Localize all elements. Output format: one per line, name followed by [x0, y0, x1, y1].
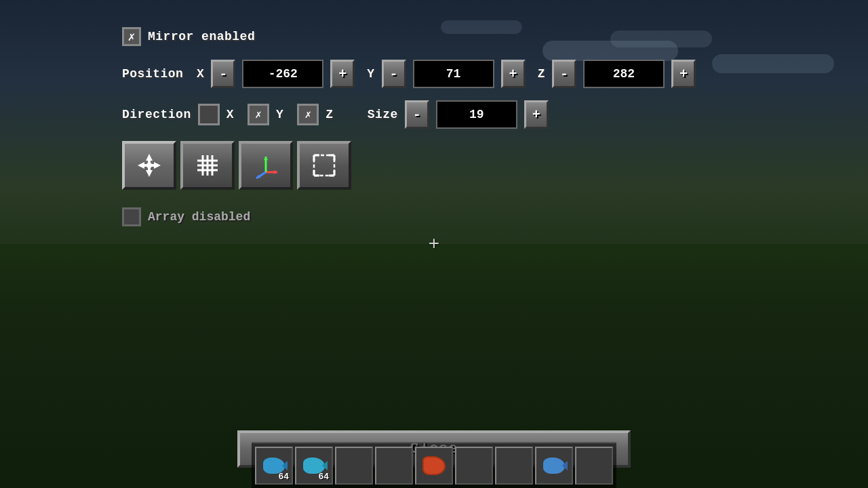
y-plus-button[interactable]: + [501, 60, 526, 88]
svg-marker-16 [274, 170, 277, 174]
position-label: Position [122, 67, 190, 81]
mirror-label: Mirror enabled [148, 30, 255, 43]
z-input[interactable] [583, 60, 665, 88]
hotbar-slot-2[interactable]: 64 [295, 447, 333, 485]
x-plus-button[interactable]: + [330, 60, 355, 88]
move-icon-button[interactable] [122, 141, 176, 190]
direction-label: Direction [122, 108, 191, 121]
direction-size-row: Direction X Y Z Size - + [122, 100, 696, 129]
axes-icon [249, 148, 283, 182]
dir-z-label: Z [326, 108, 333, 121]
z-label: Z [538, 67, 545, 81]
grid-icon [191, 148, 224, 182]
direction-z-button[interactable] [297, 104, 319, 125]
svg-rect-21 [314, 155, 334, 176]
svg-rect-2 [148, 158, 151, 163]
slot-2-count: 64 [318, 472, 329, 482]
svg-marker-18 [264, 157, 268, 160]
x-input[interactable] [242, 60, 323, 88]
x-label: X [197, 67, 204, 81]
size-minus-button[interactable]: - [405, 100, 429, 129]
svg-rect-4 [148, 167, 151, 173]
slot-1-count: 64 [278, 472, 289, 482]
y-minus-button[interactable]: - [382, 60, 406, 88]
dir-x-label: X [226, 108, 234, 121]
direction-x-button[interactable] [198, 104, 220, 125]
ui-panel: Mirror enabled Position X - + Y - + Z - … [122, 27, 696, 240]
hotbar-slot-9[interactable] [575, 447, 613, 485]
selection-icon-button[interactable] [297, 141, 351, 190]
svg-rect-6 [142, 164, 147, 167]
move-icon [132, 148, 166, 182]
array-label: Array disabled [148, 210, 250, 224]
svg-point-0 [146, 163, 152, 168]
hotbar-slot-4[interactable] [375, 447, 413, 485]
svg-rect-8 [151, 164, 157, 167]
hotbar-slot-8[interactable] [535, 447, 573, 485]
size-plus-button[interactable]: + [524, 100, 549, 129]
mirror-checkbox[interactable] [122, 27, 141, 46]
hotbar-slot-6[interactable] [455, 447, 493, 485]
axes-icon-button[interactable] [239, 141, 293, 190]
size-label: Size [368, 108, 398, 121]
icon-buttons-row [122, 141, 696, 190]
hotbar-slot-7[interactable] [495, 447, 533, 485]
array-checkbox-row: Array disabled [122, 207, 250, 226]
z-minus-button[interactable]: - [552, 60, 576, 88]
dir-y-label: Y [276, 108, 283, 121]
size-input[interactable] [436, 100, 517, 129]
hotbar-slot-1[interactable]: 64 [255, 447, 293, 485]
y-label: Y [367, 67, 374, 81]
hotbar-slot-5[interactable] [415, 447, 453, 485]
y-input[interactable] [413, 60, 494, 88]
mirror-checkbox-row: Mirror enabled [122, 27, 255, 46]
direction-y-button[interactable] [248, 104, 269, 125]
z-plus-button[interactable]: + [671, 60, 696, 88]
array-checkbox[interactable] [122, 207, 141, 226]
hotbar-slot-3[interactable] [335, 447, 373, 485]
position-row: Position X - + Y - + Z - + [122, 60, 696, 88]
hotbar: 64 64 [252, 442, 616, 488]
x-minus-button[interactable]: - [211, 60, 235, 88]
grid-icon-button[interactable] [180, 141, 235, 190]
selection-icon [307, 148, 341, 182]
cloud-3 [712, 54, 834, 73]
